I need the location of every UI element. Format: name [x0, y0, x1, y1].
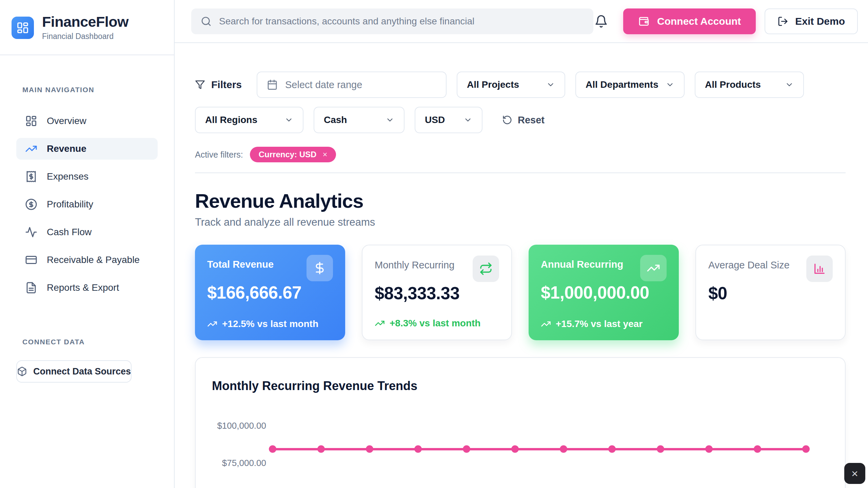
close-overlay-button[interactable]: × [844, 463, 865, 484]
products-dropdown-value: All Products [705, 79, 761, 90]
trending-up-icon [647, 261, 660, 275]
kpi-change: +12.5% vs last month [207, 318, 319, 330]
connect-account-label: Connect Account [657, 16, 741, 27]
kpi-iconbox [307, 255, 333, 281]
activity-icon [25, 226, 37, 238]
exit-demo-button[interactable]: Exit Demo [765, 8, 858, 34]
bar-chart-icon [813, 262, 826, 276]
y-axis-tick: $100,000.00 [209, 421, 266, 431]
file-text-icon [25, 282, 37, 294]
nav-section-label: MAIN NAVIGATION [22, 86, 158, 94]
app-name: FinanceFlow [42, 14, 129, 29]
kpi-title: Monthly Recurring [375, 260, 454, 271]
chart-data-point [317, 445, 325, 453]
active-filter-chip-currency[interactable]: Currency: USD × [250, 147, 336, 162]
layout-dashboard-icon [25, 115, 37, 127]
sidebar-item-label: Profitability [47, 199, 93, 210]
page-content: Filters Select date range All Projects A… [175, 43, 868, 488]
trending-up-icon [25, 143, 37, 155]
projects-dropdown-value: All Projects [467, 79, 519, 90]
kpi-change-text: +8.3% vs last month [390, 317, 480, 329]
sidebar-item-receivable-payable[interactable]: Receivable & Payable [16, 249, 158, 271]
mrr-trends-chart-card: Monthly Recurring Revenue Trends $100,00… [195, 357, 846, 488]
currency-dropdown[interactable]: USD [415, 107, 482, 133]
page-title: Revenue Analytics [195, 189, 846, 212]
trending-up-icon [541, 319, 551, 329]
app-logo-block: FinanceFlow Financial Dashboard [0, 0, 174, 55]
active-filters-label: Active filters: [195, 150, 243, 160]
connect-data-sources-button[interactable]: Connect Data Sources [16, 360, 132, 383]
chart-data-point [511, 445, 519, 453]
kpi-card-total-revenue: Total Revenue $166,666.67 +12.5% vs last… [195, 245, 345, 340]
sidebar-item-cash-flow[interactable]: Cash Flow [16, 221, 158, 243]
receipt-icon [25, 170, 37, 183]
calendar-icon [267, 79, 278, 90]
chart-data-point [269, 445, 276, 453]
app-tagline: Financial Dashboard [42, 32, 129, 41]
kpi-iconbox [640, 255, 667, 281]
exit-demo-label: Exit Demo [795, 16, 845, 27]
main-nav: MAIN NAVIGATION Overview Revenue Expense… [0, 86, 174, 383]
notifications-bell-button[interactable] [594, 15, 608, 28]
log-out-icon [777, 16, 788, 27]
kpi-value: $1,000,000.00 [541, 283, 667, 303]
sidebar-item-expenses[interactable]: Expenses [16, 166, 158, 187]
search-input[interactable] [219, 16, 584, 27]
kpi-card-average-deal-size: Average Deal Size $0 [695, 245, 846, 340]
kpi-cards: Total Revenue $166,666.67 +12.5% vs last… [195, 245, 846, 340]
kpi-change: +15.7% vs last year [541, 318, 653, 330]
currency-dropdown-value: USD [425, 115, 445, 125]
reset-filters-button[interactable]: Reset [502, 115, 545, 126]
topbar: Connect Account Exit Demo [175, 0, 868, 43]
page-subtitle: Track and analyze all revenue streams [195, 216, 846, 228]
credit-card-icon [25, 254, 37, 266]
sidebar-item-profitability[interactable]: Profitability [16, 194, 158, 215]
connect-data-sources-label: Connect Data Sources [33, 366, 131, 377]
filters-row-2: All Regions Cash USD Reset [195, 107, 846, 133]
chart-data-point [705, 445, 713, 453]
regions-dropdown[interactable]: All Regions [195, 107, 303, 133]
layout-dashboard-icon [16, 21, 29, 34]
kpi-card-monthly-recurring: Monthly Recurring $83,333.33 +8.3% vs la… [362, 245, 512, 340]
repeat-icon [479, 262, 493, 276]
kpi-change: +8.3% vs last month [375, 317, 487, 329]
date-range-input[interactable]: Select date range [257, 72, 447, 98]
chip-remove-icon[interactable]: × [322, 150, 327, 159]
bell-icon [594, 15, 608, 28]
filters-title: Filters [195, 79, 242, 90]
sidebar-item-overview[interactable]: Overview [16, 110, 158, 132]
kpi-change-text: +15.7% vs last year [556, 318, 643, 330]
chart-series-line [273, 448, 806, 450]
connect-data-section-label: CONNECT DATA [22, 338, 158, 346]
app-logo [12, 17, 34, 39]
sidebar-item-label: Revenue [47, 143, 86, 154]
kpi-change-text: +12.5% vs last month [222, 318, 318, 330]
trending-up-icon [375, 318, 385, 328]
sidebar-item-revenue[interactable]: Revenue [16, 138, 158, 160]
y-axis-tick: $75,000.00 [209, 458, 266, 468]
kpi-card-annual-recurring: Annual Recurring $1,000,000.00 +15.7% vs… [529, 245, 679, 340]
chart-data-point [657, 445, 664, 453]
kpi-iconbox [473, 256, 499, 282]
sidebar-item-reports-export[interactable]: Reports & Export [16, 277, 158, 299]
global-search[interactable] [191, 8, 593, 34]
main-area: Connect Account Exit Demo Filters Select… [175, 0, 868, 488]
projects-dropdown[interactable]: All Projects [457, 72, 565, 98]
cash-basis-dropdown[interactable]: Cash [314, 107, 405, 133]
sidebar-item-label: Reports & Export [47, 282, 119, 293]
dollar-sign-icon [313, 261, 327, 275]
wallet-icon [638, 16, 650, 27]
search-icon [201, 16, 212, 27]
chart-data-point [463, 445, 470, 453]
chevron-down-icon [386, 116, 394, 124]
kpi-title: Average Deal Size [708, 260, 790, 271]
date-range-placeholder: Select date range [285, 79, 362, 90]
chevron-down-icon [785, 80, 794, 89]
products-dropdown[interactable]: All Products [695, 72, 804, 98]
chip-label: Currency: USD [259, 150, 317, 159]
connect-account-button[interactable]: Connect Account [623, 8, 756, 34]
sidebar-item-label: Receivable & Payable [47, 255, 140, 265]
departments-dropdown[interactable]: All Departments [575, 72, 685, 98]
kpi-value: $166,666.67 [207, 283, 333, 303]
kpi-value: $0 [708, 283, 833, 303]
